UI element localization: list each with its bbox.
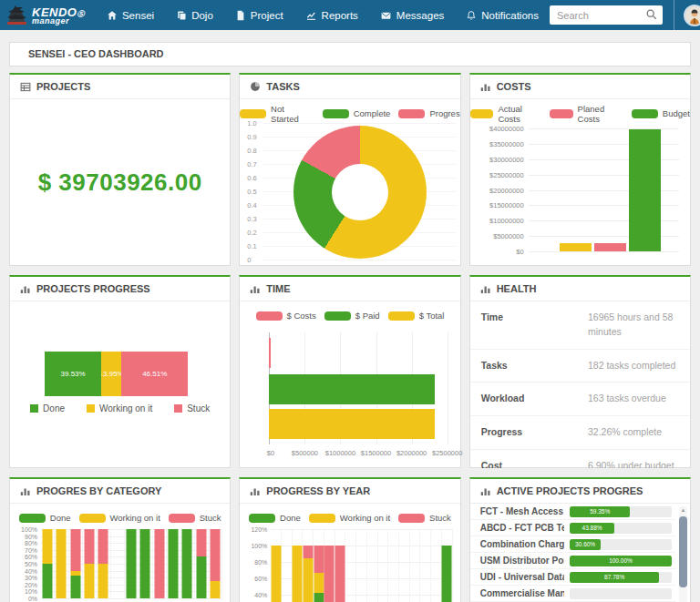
grid-line: [448, 332, 448, 444]
project-name-link[interactable]: Combination Charger Dock: [480, 539, 564, 549]
legend-item: Actual Costs: [470, 104, 541, 124]
year-legend: DoneWorking on itStuck: [240, 504, 459, 525]
table-icon: [20, 82, 31, 92]
stacked-bar: [169, 529, 179, 598]
panel-progres-by-category-header: PROGRES BY CATEGORY: [10, 479, 230, 504]
bar-chart-icon: [250, 284, 261, 294]
menu-item-dojo[interactable]: Dojo: [165, 0, 224, 30]
chart-slot: n projects: [55, 529, 68, 598]
active-projects-list: FCT - Mesh Access Point59.35%ABCD - FCT …: [470, 504, 675, 602]
project-name-link[interactable]: ABCD - FCT PCB Test Rig: [480, 523, 564, 533]
menu-item-reports[interactable]: Reports: [294, 0, 369, 30]
category-stacked-column-chart: 100%90%80%70%60%50%40%30%20%10%0%l proje…: [41, 529, 222, 598]
health-row: Tasks182 tasks completed: [470, 350, 690, 383]
bar-segment: [57, 529, 67, 598]
bar-chart-icon: [250, 486, 261, 496]
menu-item-sensei[interactable]: Sensei: [96, 0, 165, 30]
axis-tick-label: $10000000: [489, 217, 524, 225]
axis-tick-label: $35000000: [489, 139, 524, 148]
panel-title: TASKS: [266, 81, 299, 92]
panel-costs-header: COSTS: [470, 75, 690, 99]
health-row: Progress32.26% complete: [470, 416, 690, 450]
chart-slots: l projectsn projectsd projectsr Projects…: [41, 529, 222, 598]
health-row: Cost6.90% under budget: [470, 450, 690, 468]
bar-segment: [70, 576, 80, 598]
avatar: [684, 5, 700, 26]
bar-segment: [314, 546, 324, 573]
chart-bar: [629, 129, 661, 251]
project-name-link[interactable]: FCT - Mesh Access Point: [480, 506, 564, 516]
chart-slot: [378, 529, 389, 602]
project-progress-track: 87.78%: [570, 572, 672, 583]
legend-item: Progres: [398, 108, 459, 118]
axis-tick-label: 120%: [251, 526, 267, 533]
app-logo[interactable]: KENDOⓈ manager: [0, 0, 92, 30]
menu-item-messages[interactable]: Messages: [369, 0, 455, 30]
stacked-bar: [43, 529, 53, 598]
grid-line: [263, 260, 454, 260]
bar-segment: [303, 558, 313, 602]
legend-label: Done: [43, 403, 65, 413]
panel-active-projects-header: ACTIVE PROJECTS PROGRES: [470, 479, 690, 504]
panel-time-header: TIME: [240, 277, 459, 301]
project-name-link[interactable]: Commercialise Manufacturing of ABCD: [480, 588, 564, 598]
project-name-link[interactable]: USM Distributor Portal: [480, 556, 564, 566]
chart-slot: projects: [125, 529, 139, 598]
chart-slot: d projects: [69, 529, 83, 598]
legend-item: Stuck: [169, 513, 221, 523]
legend-swatch: [249, 514, 275, 523]
bar-segment: [127, 529, 137, 598]
bar-segment: [211, 529, 221, 581]
legend-label: Budget: [663, 108, 690, 118]
axis-tick-label: 70%: [25, 546, 37, 553]
chart-slot: [293, 529, 304, 602]
scrollbar-thumb[interactable]: [679, 516, 687, 587]
chart-slot: f Projects: [153, 529, 167, 598]
legend-swatch: [87, 404, 95, 413]
legend-swatch: [323, 109, 349, 118]
project-name-link[interactable]: UDI - Universal Data Interface: [480, 572, 564, 582]
chart-bar: [560, 243, 592, 251]
axis-tick-label: 0.7: [247, 159, 256, 168]
bar-segment: [140, 529, 150, 598]
bar-segment: [70, 529, 80, 571]
bar-segment: [98, 529, 108, 564]
menu-item-project[interactable]: Project: [224, 0, 294, 30]
axis-tick-label: $5000000: [493, 232, 523, 240]
costs-bar-chart: $40000000$35000000$30000000$25000000$200…: [529, 128, 679, 251]
user-menu[interactable]: Administrator: [674, 0, 700, 30]
legend-item: Budget: [632, 108, 690, 118]
progress-segment: 46.51%: [121, 352, 188, 396]
legend-swatch: [388, 311, 415, 321]
project-row: ABCD - FCT PCB Test Rig43.88%: [470, 520, 675, 536]
chart-slot: r Projects: [83, 529, 97, 598]
health-label: Workload: [481, 392, 525, 406]
axis-tick-label: 20%: [25, 581, 37, 587]
stacked-bar: [324, 529, 335, 602]
axis-tick-label: 80%: [25, 540, 37, 546]
scrollbar[interactable]: ▲: [679, 506, 687, 602]
search-icon[interactable]: [645, 8, 658, 21]
samurai-avatar-icon: [687, 8, 700, 25]
menu-label: Sensei: [122, 10, 154, 21]
axis-tick-label: 0.6: [247, 173, 256, 181]
legend-label: Progres: [429, 108, 459, 118]
scroll-up-icon[interactable]: ▲: [679, 507, 687, 513]
project-progress-track: 43.88%: [570, 523, 672, 534]
legend-label: Complete: [354, 108, 391, 118]
chart-slot: [388, 529, 399, 602]
axis-tick-label: 40%: [25, 567, 37, 574]
stacked-bar: [211, 529, 221, 598]
chart-bar: [269, 409, 435, 439]
panel-time: TIME $ Costs$ Paid$ Total $0$500000$1000…: [239, 275, 460, 468]
dashboard-grid: PROJECTS $ 39703926.00 TASKS Not Started…: [9, 73, 691, 602]
health-value: 182 tasks completed: [588, 359, 679, 373]
menu-item-notifications[interactable]: Notifications: [455, 0, 550, 30]
axis-tick-label: 0%: [28, 596, 37, 602]
chart-slot: [442, 529, 453, 602]
project-progress-fill: 30.60%: [570, 539, 601, 550]
panel-costs: COSTS Actual CostsPlaned CostsBudget $40…: [469, 73, 691, 266]
panel-title: PROJECTS: [36, 81, 90, 92]
stacked-bar: [293, 529, 303, 602]
stacked-bar: [98, 529, 108, 598]
